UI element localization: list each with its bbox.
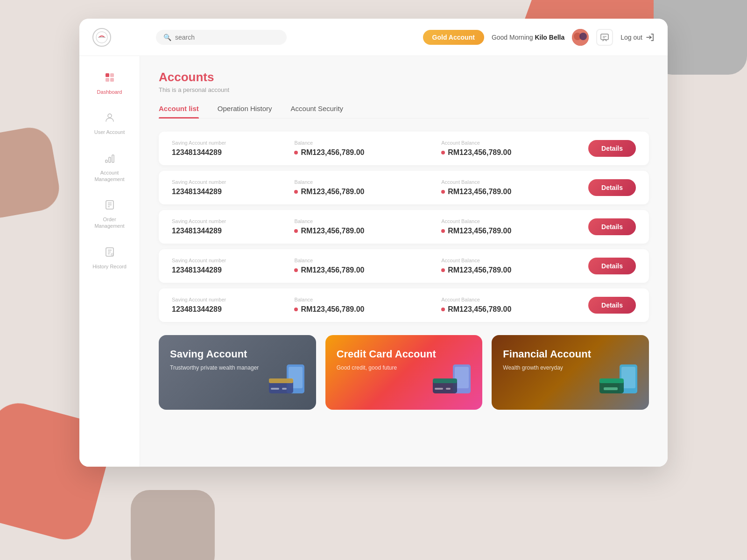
svg-rect-12: [110, 78, 114, 82]
account-number-label: Saving Account number: [172, 179, 294, 185]
account-card: Saving Account number 123481344289 Balan…: [159, 171, 649, 204]
account-number-label: Saving Account number: [172, 140, 294, 146]
balance-label: Balance: [294, 297, 441, 302]
account-balance-label: Account Balance: [441, 297, 588, 302]
balance-field: Balance RM123,456,789.00: [294, 258, 441, 274]
account-number-label: Saving Account number: [172, 218, 294, 224]
account-balance-field: Account Balance RM123,456,789.00: [441, 297, 588, 314]
promo-cards: Saving Account Trustworthy private wealt…: [159, 335, 649, 410]
svg-rect-44: [604, 387, 618, 390]
tabs-bar: Account list Operation History Account S…: [159, 105, 649, 119]
svg-rect-32: [271, 388, 279, 390]
sidebar-label-user-account: User Account: [94, 129, 125, 135]
financial-illustration: [597, 362, 641, 406]
balance-dot: [294, 151, 298, 154]
account-balance-dot: [441, 268, 445, 272]
account-balance-label: Account Balance: [441, 179, 588, 185]
account-number-value: 123481344289: [172, 148, 294, 157]
account-balance-value: RM123,456,789.00: [441, 305, 588, 314]
balance-value: RM123,456,789.00: [294, 227, 441, 235]
account-card: Saving Account number 123481344289 Balan…: [159, 288, 649, 322]
account-number-value: 123481344289: [172, 227, 294, 235]
chat-icon-button[interactable]: [596, 29, 613, 46]
greeting-prefix: Good Morning: [492, 34, 535, 41]
account-balance-value: RM123,456,789.00: [441, 148, 588, 157]
tab-operation-history[interactable]: Operation History: [218, 105, 272, 118]
greeting-name: Kilo Bella: [535, 34, 564, 41]
account-balance-field: Account Balance RM123,456,789.00: [441, 140, 588, 157]
svg-rect-16: [112, 155, 114, 162]
dashboard-icon: [104, 72, 115, 86]
balance-value: RM123,456,789.00: [294, 266, 441, 274]
balance-field: Balance RM123,456,789.00: [294, 179, 441, 196]
balance-field: Balance RM123,456,789.00: [294, 297, 441, 314]
sidebar-item-dashboard[interactable]: Dashboard: [84, 65, 135, 102]
balance-label: Balance: [294, 218, 441, 224]
account-number-value: 123481344289: [172, 305, 294, 314]
logout-button[interactable]: Log out: [620, 33, 655, 42]
page-title: Accounts: [159, 70, 649, 84]
app-window: 🔍 Gold Account Good Morning Kilo Bella: [79, 19, 668, 467]
details-button-4[interactable]: Details: [588, 297, 636, 314]
search-icon: 🔍: [163, 34, 171, 41]
account-balance-field: Account Balance RM123,456,789.00: [441, 218, 588, 235]
svg-rect-5: [601, 34, 608, 40]
user-account-icon: [104, 112, 115, 126]
app-header: 🔍 Gold Account Good Morning Kilo Bella: [79, 19, 668, 56]
account-balance-value: RM123,456,789.00: [441, 188, 588, 196]
balance-field: Balance RM123,456,789.00: [294, 140, 441, 157]
search-input[interactable]: [175, 34, 279, 41]
balance-field: Balance RM123,456,789.00: [294, 218, 441, 235]
avatar: [572, 29, 589, 46]
balance-value: RM123,456,789.00: [294, 305, 441, 314]
tab-account-list[interactable]: Account list: [159, 105, 199, 118]
balance-dot: [294, 308, 298, 311]
svg-rect-33: [282, 388, 287, 390]
account-balance-dot: [441, 308, 445, 311]
svg-rect-37: [433, 378, 457, 383]
details-button-2[interactable]: Details: [588, 218, 636, 235]
promo-card-financial[interactable]: Financial Account Wealth growth everyday: [492, 335, 649, 410]
tab-account-security[interactable]: Account Security: [291, 105, 344, 118]
sidebar-item-order-management[interactable]: Order Management: [84, 193, 135, 236]
account-balance-value: RM123,456,789.00: [441, 266, 588, 274]
details-button-0[interactable]: Details: [588, 140, 636, 157]
details-button-3[interactable]: Details: [588, 258, 636, 274]
saving-illustration: [264, 362, 309, 406]
account-balance-dot: [441, 190, 445, 194]
svg-point-13: [108, 114, 112, 118]
greeting-text: Good Morning Kilo Bella: [492, 34, 564, 41]
account-balance-label: Account Balance: [441, 140, 588, 146]
account-card: Saving Account number 123481344289 Balan…: [159, 249, 649, 283]
svg-rect-39: [446, 388, 451, 390]
account-management-icon: [104, 153, 115, 167]
account-number-field: Saving Account number 123481344289: [172, 258, 294, 274]
account-list: Saving Account number 123481344289 Balan…: [159, 132, 649, 322]
credit-illustration: [430, 362, 475, 406]
account-balance-label: Account Balance: [441, 258, 588, 263]
bg-decoration-2: [654, 0, 747, 75]
balance-dot: [294, 190, 298, 194]
account-balance-dot: [441, 151, 445, 154]
logo-icon: [92, 28, 111, 47]
order-management-icon: [104, 199, 115, 213]
details-button-1[interactable]: Details: [588, 179, 636, 196]
promo-card-saving[interactable]: Saving Account Trustworthy private wealt…: [159, 335, 316, 410]
svg-rect-43: [599, 378, 624, 383]
balance-label: Balance: [294, 179, 441, 185]
promo-card-credit[interactable]: Credit Card Account Good credit, good fu…: [325, 335, 483, 410]
search-bar[interactable]: 🔍: [156, 30, 287, 45]
sidebar-item-account-management[interactable]: Account Management: [84, 146, 135, 189]
sidebar-label-order-management: Order Management: [89, 216, 131, 230]
account-number-label: Saving Account number: [172, 258, 294, 263]
sidebar-item-history-record[interactable]: History Record: [84, 240, 135, 276]
account-card: Saving Account number 123481344289 Balan…: [159, 132, 649, 165]
bg-decoration-4: [131, 490, 215, 560]
history-record-icon: [104, 246, 115, 260]
body-layout: Dashboard User Account: [79, 56, 668, 467]
sidebar-item-user-account[interactable]: User Account: [84, 105, 135, 142]
promo-financial-title: Financial Account: [503, 348, 638, 360]
svg-rect-10: [106, 78, 109, 82]
svg-rect-9: [106, 73, 109, 77]
logout-label: Log out: [620, 34, 642, 41]
